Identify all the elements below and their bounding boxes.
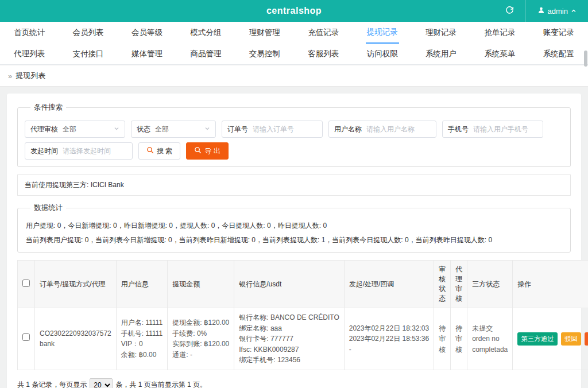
- withdraw-list-panel: 条件搜索 代理审核 全部 状态 全部 订单号 用户名称: [7, 94, 581, 388]
- nav-finance-records[interactable]: 理财记录: [412, 22, 470, 43]
- reject-button[interactable]: 驳回: [561, 332, 581, 346]
- nav-grab-records[interactable]: 抢单记录: [470, 22, 529, 43]
- refresh-icon: [505, 6, 514, 16]
- third-status-cell: 未提交 orden no completada: [467, 308, 513, 370]
- col-time: 发起/处理/回调: [344, 261, 434, 308]
- pagination-suffix: 条，共 1 页当前显示第 1 页。: [115, 380, 207, 388]
- nav-trade-control[interactable]: 交易控制: [235, 43, 294, 64]
- export-button[interactable]: 导 出: [186, 142, 228, 160]
- filter-row-2: 发起时间 搜 索 导 出: [25, 142, 563, 160]
- order-cell: CO2302220932037572 bank: [35, 308, 117, 370]
- search-fieldset: 条件搜索 代理审核 全部 状态 全部 订单号 用户名称: [17, 103, 571, 167]
- nav-mode-group[interactable]: 模式分组: [176, 22, 235, 43]
- table-row: CO2302220932037572 bank 用户名: 11111 手机号: …: [18, 308, 588, 370]
- col-third-status: 三方状态: [467, 261, 513, 308]
- username-input[interactable]: [366, 125, 431, 133]
- nav-row-2: 代理列表 支付接口 媒体管理 商品管理 交易控制 客服列表 访问权限 系统用户 …: [0, 43, 588, 64]
- nav-recharge-records[interactable]: 充值记录: [294, 22, 353, 43]
- status-select[interactable]: 状态 全部: [131, 121, 216, 138]
- nav-member-level[interactable]: 会员等级: [118, 22, 176, 43]
- select-all-checkbox[interactable]: [22, 280, 30, 287]
- stats-line-current: 当前列表用户提现: 0，当前列表今日新增提现: 0，当前列表昨日新增提现: 0，…: [26, 235, 562, 245]
- username-field: 用户名称: [328, 121, 436, 138]
- agent-audit-cell: 待审核: [451, 308, 467, 370]
- stats-line-global: 用户提现: 0，今日新增提现: 0，昨日新增提现: 0，提现人数: 0，今日提现…: [26, 220, 562, 231]
- agent-audit-select[interactable]: 代理审核 全部: [25, 121, 125, 138]
- page-title: 提现列表: [16, 71, 45, 81]
- bank-info-cell: 银行名称: BANCO DE CRÉDITO 绑定名称: aaa 银行卡号: 7…: [234, 308, 344, 370]
- chevron-down-icon: [204, 125, 210, 133]
- order-no-input[interactable]: [253, 125, 317, 133]
- user-info-cell: 用户名: 11111 手机号: 11111 VIP：0 余额: ฿0.00: [116, 308, 167, 370]
- time-cell: 2023年02月22日 18:32:03 2023年02月22日 18:53:3…: [344, 308, 434, 370]
- nav-withdraw-records[interactable]: 提现记录: [353, 22, 411, 43]
- nav-member-list[interactable]: 会员列表: [59, 22, 117, 43]
- nav-payment-api[interactable]: 支付接口: [59, 43, 117, 64]
- header-actions: admin: [502, 0, 580, 22]
- main-nav: 首页统计 会员列表 会员等级 模式分组 理财管理 充值记录 提现记录 理财记录 …: [0, 22, 588, 65]
- phone-input[interactable]: [473, 125, 537, 133]
- col-user: 用户信息: [116, 261, 167, 308]
- withdraw-table: 订单号/提现方式/代理 用户信息 提现金额 银行信息/usdt 发起/处理/回调…: [17, 260, 588, 370]
- refresh-button[interactable]: [502, 0, 517, 22]
- nav-product-manage[interactable]: 商品管理: [176, 43, 235, 64]
- col-audit-status: 审核状态: [434, 261, 451, 308]
- nav-system-users[interactable]: 系统用户: [412, 43, 470, 64]
- pagination: 共 1 条记录，每页显示 20 条，共 1 页当前显示第 1 页。: [17, 378, 571, 388]
- col-order: 订单号/提现方式/代理: [35, 261, 117, 308]
- search-legend: 条件搜索: [30, 103, 66, 112]
- nav-row-1: 首页统计 会员列表 会员等级 模式分组 理财管理 充值记录 提现记录 理财记录 …: [0, 22, 588, 43]
- col-agent-audit: 代理审核: [451, 261, 467, 308]
- search-icon: [146, 146, 154, 156]
- col-bank: 银行信息/usdt: [234, 261, 344, 308]
- nav-access-rights[interactable]: 访问权限: [353, 43, 411, 64]
- user-icon: [537, 6, 545, 15]
- actions-cell: 第三方通过 驳回 人工通过: [513, 308, 588, 370]
- nav-system-config[interactable]: 系统配置: [529, 43, 588, 64]
- admin-label: admin: [548, 7, 568, 15]
- table-header-row: 订单号/提现方式/代理 用户信息 提现金额 银行信息/usdt 发起/处理/回调…: [18, 261, 588, 308]
- breadcrumb: » 提现列表: [0, 65, 588, 87]
- filter-row-1: 代理审核 全部 状态 全部 订单号 用户名称: [25, 121, 563, 138]
- chevron-down-icon: [114, 125, 119, 133]
- admin-menu[interactable]: admin: [534, 0, 580, 22]
- agent-audit-badge: 待审核: [455, 324, 462, 354]
- app-header: centralshop admin: [0, 0, 588, 22]
- pagination-prefix: 共 1 条记录，每页显示: [17, 380, 87, 388]
- third-party-pass-button[interactable]: 第三方通过: [517, 332, 558, 346]
- nav-service-list[interactable]: 客服列表: [294, 43, 353, 64]
- header-divider: [525, 0, 526, 22]
- start-time-field: 发起时间: [25, 142, 133, 160]
- chevron-up-icon: [571, 7, 577, 15]
- breadcrumb-arrows-icon: »: [8, 72, 12, 80]
- col-actions: 操作: [513, 261, 588, 308]
- search-button[interactable]: 搜 索: [138, 142, 180, 160]
- app-title: centralshop: [266, 6, 322, 16]
- manual-pass-button[interactable]: 人工通过: [585, 332, 588, 346]
- row-checkbox[interactable]: [22, 333, 30, 341]
- scrollbar-thumb[interactable]: [584, 51, 587, 67]
- third-party-notice: 当前使用提现第三方: ICICI Bank: [17, 174, 571, 196]
- audit-status-cell: 待审核: [434, 308, 451, 370]
- nav-balance-records[interactable]: 账变记录: [529, 22, 588, 43]
- page-size-select[interactable]: 20: [90, 378, 113, 388]
- nav-finance-manage[interactable]: 理财管理: [235, 22, 294, 43]
- export-icon: [194, 146, 202, 156]
- amount-cell: 提现金额: ฿120.00 手续费: 0% 实际到账: ฿120.00 通道: …: [168, 308, 234, 370]
- phone-field: 手机号: [442, 121, 543, 138]
- order-no-field: 订单号: [222, 121, 323, 138]
- audit-status-badge: 待审核: [439, 324, 446, 354]
- nav-system-menu[interactable]: 系统菜单: [470, 43, 529, 64]
- nav-home-stats[interactable]: 首页统计: [0, 22, 59, 43]
- col-amount: 提现金额: [168, 261, 234, 308]
- nav-media-manage[interactable]: 媒体管理: [118, 43, 176, 64]
- nav-agent-list[interactable]: 代理列表: [0, 43, 59, 64]
- start-time-input[interactable]: [63, 147, 127, 155]
- stats-fieldset: 数据统计 用户提现: 0，今日新增提现: 0，昨日新增提现: 0，提现人数: 0…: [17, 203, 571, 253]
- stats-legend: 数据统计: [30, 203, 66, 213]
